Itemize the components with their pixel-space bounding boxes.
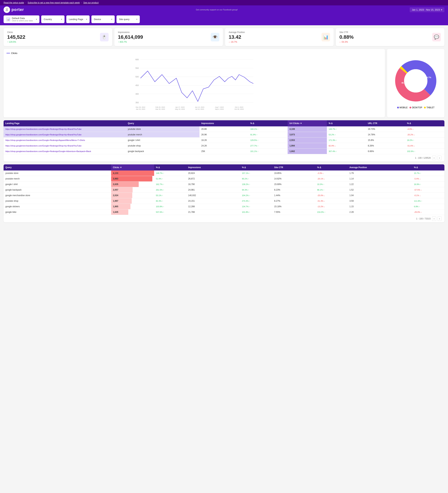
landing-page-cell[interactable]: https://shop.googlemerchandisestore.com/… — [4, 149, 126, 154]
setup-guide-link[interactable]: Read the setup guide — [4, 1, 24, 4]
ctr-change-cell: 102.6% ↑ — [405, 149, 444, 154]
legend-tablet-label: TABLET — [426, 106, 434, 109]
query-click-change-cell: 537.6% ↑ — [154, 209, 186, 215]
landing-page-cell[interactable]: https://shop.googlemerchandisestore.com/… — [4, 137, 126, 143]
query-ctr-change-cell: -25.0% ↓ — [315, 193, 348, 198]
query-pos-change-cell: -29.0% ↓ — [412, 209, 444, 215]
stat-icon-1: 👁️ — [211, 33, 219, 41]
query-position-cell: 1.15 — [348, 204, 412, 209]
stat-label-0: Clicks — [7, 31, 25, 34]
query-clicks-cell: 2,057 — [111, 187, 154, 192]
query-table-pagination: 1 - 100 / 73315 ‹ › — [4, 215, 444, 222]
query-impressions-cell: 21,788 — [186, 209, 240, 215]
ctr-cell: 14.78% — [366, 132, 405, 137]
svg-text:Aug 7, 2023: Aug 7, 2023 — [215, 106, 224, 108]
query-th-0[interactable]: Query — [4, 164, 111, 170]
query-table-row: youtube store 4,133 148.7% ↑ 20,824 157.… — [4, 170, 444, 176]
separator2: - — [81, 1, 82, 4]
svg-text:400: 400 — [135, 93, 139, 95]
landing-prev-button[interactable]: ‹ — [432, 156, 436, 160]
landing-page-table: Landing PageQueryImpressions% ΔUrl Click… — [4, 120, 444, 162]
logo-text: porter — [11, 7, 24, 12]
device-filter-button[interactable]: Device ▾ — [91, 15, 115, 23]
landing-next-button[interactable]: › — [437, 156, 442, 160]
landing-page-cell[interactable]: https://shop.googlemerchandisestore.com/… — [4, 143, 126, 148]
country-filter-button[interactable]: Country ▾ — [41, 15, 65, 23]
filter-bar: 📊 Default Data Click to select your data… — [0, 14, 448, 25]
query-ctr-cell: 1.44% — [272, 193, 315, 198]
landing-page-chevron: ▾ — [86, 18, 87, 20]
query-table-row: youtube merch 3,983 51.9% ↑ 26,872 90.2%… — [4, 176, 444, 182]
landing-page-filter-button[interactable]: Landing Page ▾ — [66, 15, 90, 23]
site-query-chevron: ▾ — [136, 18, 137, 20]
query-th-2[interactable]: % Δ — [154, 164, 186, 170]
query-click-change-cell: 82.4% ↑ — [154, 198, 186, 204]
query-cell: google t shirt — [126, 137, 199, 143]
landing-page-filter-label: Landing Page — [69, 18, 85, 21]
landing-th-7[interactable]: % Δ — [405, 120, 444, 126]
landing-th-4[interactable]: Url Clicks ▼ — [288, 120, 327, 126]
landing-page-cell[interactable]: https://shop.googlemerchandisestore.com/… — [4, 132, 126, 137]
query-position-cell: 1.79 — [348, 170, 412, 176]
chart-line-dot — [6, 53, 10, 53]
query-th-4[interactable]: % Δ — [240, 164, 272, 170]
query-cell: google backpack — [126, 149, 199, 154]
query-click-change-cell: 53.1% ↑ — [154, 193, 186, 198]
charts-row: Clicks 600 550 500 450 400 350 Dec 26, 2… — [0, 46, 448, 117]
query-imp-change-cell: 101.8% ↑ — [240, 209, 272, 215]
svg-text:Mar 20, 2023: Mar 20, 2023 — [155, 108, 165, 110]
query-ctr-cell: 15.69% — [272, 182, 315, 187]
query-table-row: google t shirt 2,635 162.7% ↑ 16,790 138… — [4, 182, 444, 187]
query-click-change-cell: 103.8% ↑ — [154, 204, 186, 209]
query-ctr-change-cell: -20.1% ↓ — [315, 176, 348, 181]
query-imp-change-cell: 94.3% ↑ — [240, 187, 272, 192]
landing-page-cell[interactable]: https://shop.googlemerchandisestore.com/… — [4, 126, 126, 132]
impressions-cell: 20.8K — [199, 126, 248, 132]
query-pagination-text: 1 - 100 / 73315 — [416, 217, 431, 220]
clicks-cell: 2,553 — [288, 137, 327, 143]
stat-value-0: 145,522 — [7, 34, 25, 40]
legend-mobile: MOBILE — [397, 106, 408, 109]
query-ctr-change-cell: 10.3% ↑ — [315, 182, 348, 187]
stat-value-2: 13.42 — [229, 34, 245, 40]
landing-th-0[interactable]: Landing Page — [4, 120, 126, 126]
query-name-cell: google backpack — [4, 187, 111, 192]
logo: 🐰 porter — [4, 6, 24, 13]
landing-th-5[interactable]: % Δ — [327, 120, 366, 126]
svg-text:Jul 10, 2023: Jul 10, 2023 — [195, 108, 204, 110]
product-link[interactable]: See our product — [83, 1, 98, 4]
clicks-cell: 1,662 — [288, 149, 327, 154]
query-ctr-cell: 14.82% — [272, 176, 315, 181]
subscribe-link[interactable]: Subscribe to get a new free report templ… — [28, 1, 80, 4]
query-th-1[interactable]: Clicks ▼ — [111, 164, 154, 170]
svg-text:450: 450 — [135, 84, 139, 86]
query-click-change-cell: 261.5% ↑ — [154, 187, 186, 192]
query-position-cell: 2.28 — [348, 209, 412, 215]
landing-th-3[interactable]: % Δ — [249, 120, 288, 126]
landing-table-row: https://shop.googlemerchandisestore.com/… — [4, 132, 444, 137]
query-th-6[interactable]: % Δ — [315, 164, 348, 170]
date-range-picker[interactable]: Jan 1, 2023 - Nov 15, 2023 ▾ — [410, 7, 444, 12]
landing-th-2[interactable]: Impressions — [199, 120, 248, 126]
legend-desktop-label: DESKTOP — [412, 106, 422, 109]
query-th-7[interactable]: Average Position — [348, 164, 412, 170]
ctr-change-cell: -51.6% ↓ — [405, 143, 444, 148]
landing-th-1[interactable]: Query — [126, 120, 199, 126]
svg-text:550: 550 — [135, 67, 139, 69]
clicks-cell: 3,973 — [288, 132, 327, 137]
landing-th-6[interactable]: URL CTR — [366, 120, 405, 126]
query-prev-button[interactable]: ‹ — [432, 216, 436, 221]
data-source-button[interactable]: 📊 Default Data Click to select your data… — [4, 15, 39, 23]
query-impressions-cell: 12,288 — [186, 204, 240, 209]
stat-info-3: Site CTR 0.88% ↓ -54.3% — [339, 31, 354, 43]
data-source-text: Default Data Click to select your data — [12, 17, 35, 22]
query-next-button[interactable]: › — [437, 216, 442, 221]
query-th-8[interactable]: % Δ — [412, 164, 444, 170]
donut-chart-svg: 48.3% 49.7% — [393, 57, 439, 104]
query-th-5[interactable]: Site CTR — [272, 164, 315, 170]
landing-table-row: https://shop.googlemerchandisestore.com/… — [4, 126, 444, 132]
site-query-filter-button[interactable]: Site query ▾ — [117, 15, 140, 23]
query-th-3[interactable]: Impressions — [186, 164, 240, 170]
query-impressions-cell: 24,981 — [186, 187, 240, 192]
stat-change-1: ↑ 403.7% — [118, 41, 143, 43]
